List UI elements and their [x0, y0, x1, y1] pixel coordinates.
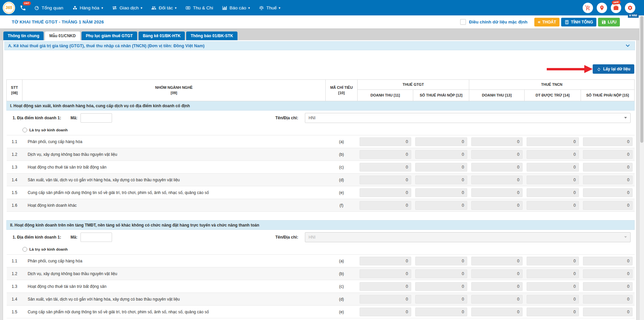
gift-icon — [613, 5, 619, 11]
row-number: 1.4 — [7, 293, 22, 306]
value-input: 0 — [415, 150, 467, 159]
nav-item-label: Đối tác — [159, 5, 173, 10]
nav-item-thue[interactable]: Thuế▾ — [259, 5, 280, 10]
business-hq-radio[interactable] — [22, 128, 27, 132]
nav-item-label: Hàng hóa — [80, 5, 100, 10]
section-a-header[interactable]: A. Kê khai thuế giá trị gia tăng (GTGT),… — [4, 41, 635, 50]
section-header-row: I. Hoạt động sản xuất, kinh doanh hàng h… — [7, 101, 635, 111]
exit-button[interactable]: « THOÁT — [534, 18, 559, 26]
col-header-so-thue-12: SỐ THUẾ PHẢI NỘP [12] — [413, 90, 469, 101]
gear-icon — [627, 5, 633, 11]
location-code-input[interactable] — [80, 233, 112, 242]
value-input: 0 — [415, 308, 467, 316]
row-number: 1.6 — [7, 199, 22, 212]
radio-row: Là trụ sở kinh doanh — [7, 245, 635, 255]
save-button[interactable]: LƯU — [598, 18, 620, 26]
calculate-total-button[interactable]: TÍNH TỔNG — [561, 18, 596, 26]
tab-mau-01-cnkd[interactable]: Mẫu 01/CNKD — [45, 31, 80, 40]
tab-thong-bao-01-bk-stk[interactable]: Thông báo 01/BK-STK — [186, 31, 237, 40]
value-input: 0 — [583, 295, 633, 304]
value-input: 0 — [583, 163, 633, 172]
col-header-dt-duoc-tru-14: DT ĐƯỢC TRỪ [14] — [525, 90, 581, 101]
caret-down-icon: ▾ — [101, 6, 103, 10]
value-input: 0 — [527, 282, 579, 291]
row-number: 1.2 — [7, 267, 22, 280]
caret-down-icon: ▾ — [175, 6, 176, 10]
row-number: 1.3 — [7, 280, 22, 293]
value-input: 0 — [360, 188, 411, 197]
business-hq-radio[interactable] — [22, 247, 27, 252]
col-header-nganh-nghe: NHÓM NGÀNH NGHỀ[09] — [22, 80, 326, 101]
nav-item-hang-hoa[interactable]: Hàng hóa▾ — [72, 5, 103, 10]
settings-button[interactable] — [625, 3, 635, 13]
nav-item-label: Báo cáo — [229, 5, 246, 10]
row-label: Cung cấp sản phẩm nội dung thông tin số … — [22, 186, 326, 199]
nav-item-label: Thuế — [266, 5, 277, 10]
row-number: 1.5 — [7, 306, 22, 318]
table-row: 1.5Cung cấp sản phẩm nội dung thông tin … — [7, 186, 635, 199]
app-logo[interactable]: 365 — [3, 2, 15, 14]
value-input: 0 — [583, 137, 633, 146]
section-header-row: II. Hoạt động kinh doanh trên nền tảng T… — [7, 220, 635, 230]
row-number: 1.1 — [7, 135, 22, 148]
location-button[interactable] — [597, 3, 607, 13]
name-address-select[interactable]: HNI — [305, 113, 631, 123]
tab-phu-luc-giam-thue-gtgt[interactable]: Phụ lục giảm thuế GTGT — [82, 31, 137, 40]
row-label: Dịch vụ, xây dựng không bao thầu nguyên … — [22, 148, 326, 161]
value-input: 0 — [527, 269, 579, 278]
main-area: TỜ KHAI THUẾ GTGT - THÁNG 1 NĂM 2026 Điề… — [0, 15, 639, 320]
table-row: 1.4Sản xuất, vận tải, dịch vụ có gắn với… — [7, 293, 635, 306]
group-header-thue-tncn: THUẾ TNCN — [469, 80, 635, 90]
title-bar: TỜ KHAI THUẾ GTGT - THÁNG 1 NĂM 2026 Điề… — [0, 15, 639, 28]
location-badge: HNI — [628, 13, 639, 18]
row-label: Hoạt động kinh doanh khác — [22, 199, 326, 212]
col-header-ma-chi-tieu: MÃ CHỈ TIÊU[10] — [326, 80, 358, 101]
group-header-thue-gtgt: THUẾ GTGT — [358, 80, 469, 90]
nav-item-bao-cao[interactable]: Báo cáo▾ — [222, 5, 250, 10]
code-label: Mã: — [70, 235, 77, 240]
nav-item-label: Thu & Chi — [193, 5, 213, 10]
refresh-icon — [597, 67, 601, 71]
location-code-input[interactable] — [80, 113, 112, 123]
nav-quick-actions: new — [583, 3, 639, 13]
value-input: 0 — [471, 269, 523, 278]
caret-down-icon: ▾ — [141, 6, 142, 10]
tab-bang-ke-01-bk-htk[interactable]: Bảng kê 01/BK-HTK — [139, 31, 185, 40]
pin-icon — [629, 14, 631, 17]
default-data-checkbox[interactable] — [460, 19, 466, 25]
section-title: II. Hoạt động kinh doanh trên nền tảng T… — [7, 220, 635, 230]
nav-item-doi-tac[interactable]: Đối tác▾ — [151, 5, 176, 10]
support-phone-button[interactable]: 24/7 — [20, 5, 26, 11]
scrollbar-thumb[interactable] — [640, 16, 643, 143]
value-input: 0 — [583, 269, 633, 278]
row-number: 1.3 — [7, 161, 22, 174]
nav-item-giao-dich[interactable]: Giao dịch▾ — [112, 5, 142, 10]
title-actions: Điều chỉnh dữ liệu mặc định « THOÁT TÍNH… — [460, 18, 639, 26]
value-input: 0 — [583, 308, 633, 316]
value-input: 0 — [527, 257, 579, 265]
users-icon — [151, 5, 156, 10]
scale-icon — [259, 5, 264, 10]
cart-button[interactable] — [583, 3, 593, 13]
value-input: 0 — [471, 257, 523, 265]
select-caret-icon — [624, 236, 627, 238]
col-header-stt: STT[08] — [7, 80, 22, 101]
caret-down-icon: ▾ — [248, 6, 250, 10]
reload-data-button[interactable]: Lấy lại dữ liệu — [593, 64, 634, 74]
select-caret-icon — [624, 117, 627, 119]
value-input: 0 — [415, 188, 467, 197]
vertical-scrollbar[interactable] — [639, 15, 644, 320]
section-a-title: A. Kê khai thuế giá trị gia tăng (GTGT),… — [8, 44, 205, 48]
tab-thong-tin-chung[interactable]: Thông tin chung — [3, 31, 44, 40]
row-label: Hoạt động cho thuê tài sản trừ bất động … — [22, 280, 326, 293]
annotation-arrow — [547, 68, 584, 70]
col-header-so-thue-15: SỐ THUẾ PHẢI NỘP [15] — [581, 90, 635, 101]
value-input: 0 — [527, 176, 579, 184]
gift-button[interactable]: new — [611, 3, 621, 13]
nav-item-tong-quan[interactable]: Tổng quan — [34, 5, 63, 10]
row-code: (d) — [326, 293, 358, 306]
value-input: 0 — [415, 163, 467, 172]
section-title: I. Hoạt động sản xuất, kinh doanh hàng h… — [7, 101, 635, 111]
value-input: 0 — [415, 257, 467, 265]
nav-item-thu-chi[interactable]: Thu & Chi — [185, 5, 213, 10]
